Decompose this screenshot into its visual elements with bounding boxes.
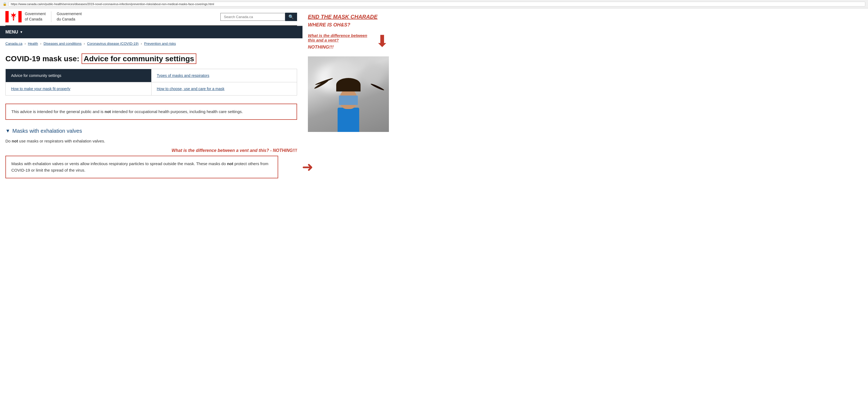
tab-choose-link[interactable]: How to choose, use and care for a mask	[157, 87, 225, 91]
page-title-highlighted: Advice for community settings	[82, 54, 196, 64]
menu-button[interactable]: MENU ▼	[5, 26, 23, 38]
sidebar-img-bg	[308, 56, 389, 132]
annotation-right: What is the difference between a vent an…	[5, 148, 297, 153]
breadcrumb-item-health[interactable]: Health	[28, 41, 38, 45]
triangle-icon: ▼	[5, 128, 10, 134]
browser-bar: 🔒 https://www.canada.ca/en/public-health…	[0, 0, 868, 8]
svg-rect-4	[13, 18, 14, 21]
url-bar: https://www.canada.ca/en/public-health/s…	[8, 2, 865, 6]
nav-menu: MENU ▼	[0, 26, 303, 38]
breadcrumb-sep-4: ›	[141, 41, 142, 45]
section-header: ▼ Masks with exhalation valves	[5, 128, 297, 134]
search-area: 🔍	[220, 13, 297, 21]
right-sidebar: END THE MASK CHARADE WHERE IS OH&S? What…	[303, 8, 394, 395]
sidebar-question: What is the difference between this and …	[308, 33, 373, 42]
vertical-divider	[51, 11, 51, 22]
content-box-wrapper: Masks with exhalation valves or vents al…	[5, 156, 297, 178]
canadian-flag-icon	[5, 11, 22, 23]
tab-types-link[interactable]: Types of masks and respirators	[157, 73, 210, 78]
chevron-down-icon: ▼	[20, 30, 23, 34]
person-mask	[339, 96, 358, 105]
sidebar-subtitle: WHERE IS OH&S?	[308, 22, 389, 28]
alert-box: This advice is intended for the general …	[5, 104, 297, 120]
sidebar-image	[308, 56, 389, 132]
breadcrumb-sep-1: ›	[25, 41, 26, 45]
tab-fit-link[interactable]: How to make your mask fit properly	[11, 87, 70, 91]
breadcrumb-item-prevention[interactable]: Prevention and risks	[144, 41, 176, 45]
main-content: Government of Canada Gouvernement du Can…	[0, 8, 303, 395]
search-input[interactable]	[220, 13, 285, 21]
person-body	[338, 108, 359, 132]
breadcrumb-item-diseases[interactable]: Diseases and conditions	[43, 41, 82, 45]
sidebar-arrow-down-icon: ⬇	[375, 33, 389, 50]
breadcrumb-item-canada[interactable]: Canada.ca	[5, 41, 23, 45]
page-title: COVID-19 mask use: Advice for community …	[5, 54, 297, 63]
alert-text-2: intended for occupational health purpose…	[111, 109, 243, 114]
breadcrumb-sep-3: ›	[84, 41, 85, 45]
smoke-effect-3	[362, 62, 383, 86]
lock-icon: 🔒	[3, 2, 7, 6]
tab-types[interactable]: Types of masks and respirators	[152, 69, 297, 82]
menu-label: MENU	[5, 30, 18, 35]
sidebar-arrow-area: What is the difference between this and …	[308, 33, 389, 54]
alert-bold: not	[104, 109, 111, 114]
breadcrumb: Canada.ca › Health › Diseases and condit…	[0, 38, 303, 49]
breadcrumb-item-covid[interactable]: Coronavirus disease (COVID-19)	[87, 41, 138, 45]
sidebar-title: END THE MASK CHARADE	[308, 14, 389, 20]
alert-text-1: This advice is intended for the general …	[11, 109, 104, 114]
search-button[interactable]: 🔍	[285, 13, 297, 21]
section-body: Do not use masks or respirators with exh…	[5, 138, 297, 153]
svg-rect-1	[19, 11, 22, 23]
svg-rect-0	[5, 11, 9, 23]
tab-fit[interactable]: How to make your mask fit properly	[6, 82, 151, 95]
gov-fr-title: Gouvernement du Canada	[57, 11, 82, 22]
tab-advice[interactable]: Advice for community settings	[6, 69, 151, 82]
section-title: Masks with exhalation valves	[12, 128, 82, 134]
tab-navigation: Advice for community settings Types of m…	[5, 69, 297, 96]
gov-en-title: Government of Canada	[25, 11, 45, 22]
search-icon: 🔍	[288, 14, 294, 19]
right-arrow-icon: ➜	[302, 159, 313, 175]
article: COVID-19 mask use: Advice for community …	[0, 49, 303, 189]
content-box: Masks with exhalation valves or vents al…	[5, 156, 278, 178]
site-header: Government of Canada Gouvernement du Can…	[0, 8, 303, 25]
tab-choose[interactable]: How to choose, use and care for a mask	[152, 82, 297, 95]
breadcrumb-sep-2: ›	[40, 41, 41, 45]
canada-logo: Government of Canada Gouvernement du Can…	[5, 11, 82, 23]
section-text: Do not use masks or respirators with exh…	[5, 138, 297, 144]
person-hair	[336, 78, 361, 92]
sidebar-nothing: NOTHING!!!	[308, 44, 373, 50]
